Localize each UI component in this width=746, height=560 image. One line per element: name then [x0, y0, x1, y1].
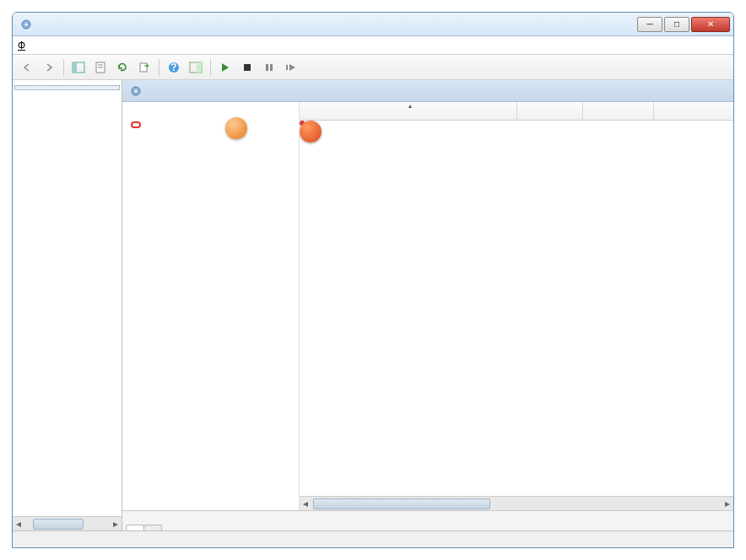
svg-rect-7 [140, 63, 147, 72]
pane-button[interactable] [186, 58, 205, 77]
gear-icon [19, 18, 33, 31]
tree-pane[interactable]: ◂ ▸ [13, 80, 122, 530]
list-pane: ▴ ◂ ▸ [300, 102, 733, 510]
annotation-badge-2 [225, 117, 247, 139]
tab-standard[interactable] [143, 525, 162, 530]
view-tabs [122, 510, 733, 530]
pause-service-button[interactable] [260, 58, 278, 77]
tree-hscrollbar[interactable]: ◂ ▸ [13, 516, 122, 530]
svg-point-17 [135, 89, 138, 92]
sort-asc-icon: ▴ [408, 102, 412, 110]
forward-button[interactable] [40, 58, 58, 77]
annotation-badge-1 [300, 121, 322, 143]
service-list[interactable] [300, 121, 733, 496]
svg-text:?: ? [170, 62, 176, 73]
separator [210, 59, 211, 76]
svg-rect-3 [73, 62, 77, 73]
list-hscrollbar[interactable]: ◂ ▸ [300, 496, 733, 510]
svg-rect-14 [270, 64, 273, 71]
statusbar [13, 530, 733, 547]
toolbar: ? [13, 55, 733, 80]
section-header [122, 80, 733, 102]
col-name[interactable]: ▴ [300, 102, 517, 120]
properties-button[interactable] [91, 58, 110, 77]
maximize-button[interactable]: □ [664, 17, 689, 32]
close-button[interactable]: ✕ [691, 17, 730, 32]
svg-point-1 [25, 23, 28, 25]
restart-service-button[interactable] [282, 58, 300, 77]
section-body: ▴ ◂ ▸ [122, 102, 733, 510]
gear-icon [129, 84, 143, 98]
titlebar[interactable]: ─ □ ✕ [13, 13, 733, 36]
svg-rect-11 [197, 62, 202, 73]
col-state[interactable] [583, 102, 654, 120]
back-button[interactable] [18, 58, 36, 77]
show-hide-tree-button[interactable] [69, 58, 88, 77]
tab-extended[interactable] [126, 525, 144, 530]
minimize-button[interactable]: ─ [637, 17, 662, 32]
detail-pane [122, 102, 300, 510]
refresh-button[interactable] [113, 58, 132, 77]
stop-service-button[interactable] [238, 58, 257, 77]
separator [63, 59, 64, 76]
help-button[interactable]: ? [165, 58, 183, 77]
services-window: ─ □ ✕ Ф ? ◂ ▸ [12, 12, 734, 548]
col-desc[interactable] [517, 102, 583, 120]
workarea: ◂ ▸ [13, 80, 733, 530]
tree-item-local-services[interactable] [14, 85, 120, 90]
start-service-highlight [131, 121, 141, 128]
menu-file[interactable]: Ф [18, 40, 25, 51]
svg-rect-12 [244, 64, 251, 71]
column-header[interactable]: ▴ [300, 102, 733, 121]
menubar: Ф [13, 36, 733, 55]
svg-rect-15 [286, 65, 288, 70]
svg-rect-13 [266, 64, 268, 71]
main-pane: ▴ ◂ ▸ [122, 80, 733, 530]
start-service-button[interactable] [216, 58, 235, 77]
export-button[interactable] [135, 58, 154, 77]
separator [159, 59, 159, 76]
